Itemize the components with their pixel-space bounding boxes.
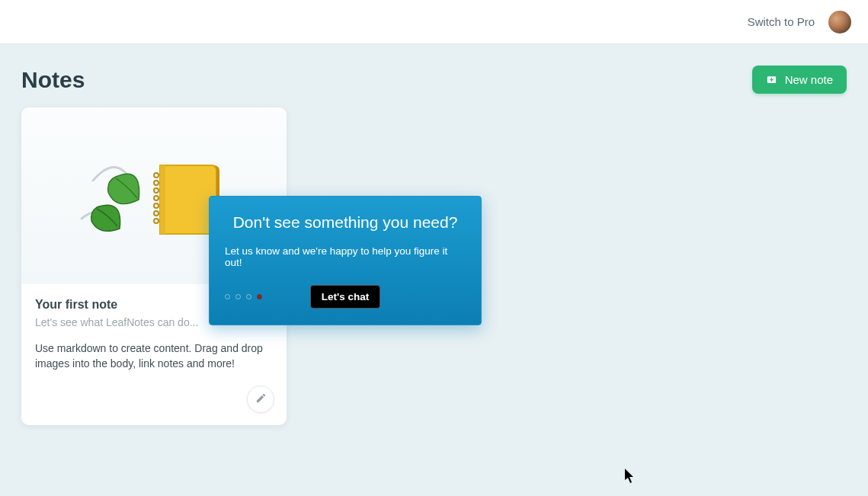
svg-point-4 — [154, 196, 159, 200]
topbar: Switch to Pro — [0, 0, 868, 44]
svg-point-6 — [154, 211, 159, 216]
leaf-notebook-icon — [78, 139, 230, 253]
svg-point-1 — [154, 173, 159, 178]
onboarding-popup: Don't see something you need? Let us kno… — [209, 196, 482, 325]
svg-point-2 — [154, 181, 159, 185]
lets-chat-button[interactable]: Let's chat — [310, 285, 380, 309]
avatar[interactable] — [828, 11, 851, 34]
cursor-icon — [625, 469, 636, 484]
step-dot-4[interactable] — [257, 294, 262, 299]
svg-point-5 — [154, 203, 159, 208]
switch-to-pro-link[interactable]: Switch to Pro — [748, 15, 815, 28]
popup-footer: Let's chat — [225, 283, 466, 309]
popup-subtitle: Let us know and we're happy to help you … — [225, 245, 466, 268]
step-dot-2[interactable] — [235, 294, 241, 299]
pencil-icon — [255, 392, 267, 406]
new-note-icon — [766, 74, 777, 85]
page-title: Notes — [21, 67, 85, 93]
new-note-label: New note — [785, 73, 833, 86]
page-header: Notes New note — [21, 66, 847, 94]
popup-step-dots — [225, 294, 262, 299]
note-text: Use markdown to create content. Drag and… — [35, 341, 273, 372]
svg-point-3 — [154, 188, 159, 193]
edit-note-button[interactable] — [247, 386, 274, 413]
step-dot-3[interactable] — [246, 294, 251, 299]
popup-title: Don't see something you need? — [225, 213, 466, 232]
svg-point-7 — [154, 219, 159, 223]
new-note-button[interactable]: New note — [752, 66, 847, 94]
step-dot-1[interactable] — [225, 294, 230, 299]
